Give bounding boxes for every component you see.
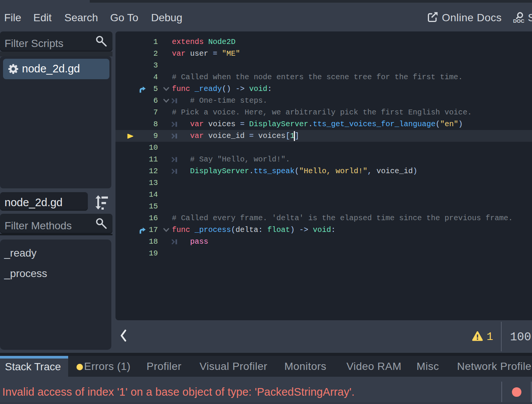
svg-text:DOC: DOC xyxy=(513,18,524,23)
